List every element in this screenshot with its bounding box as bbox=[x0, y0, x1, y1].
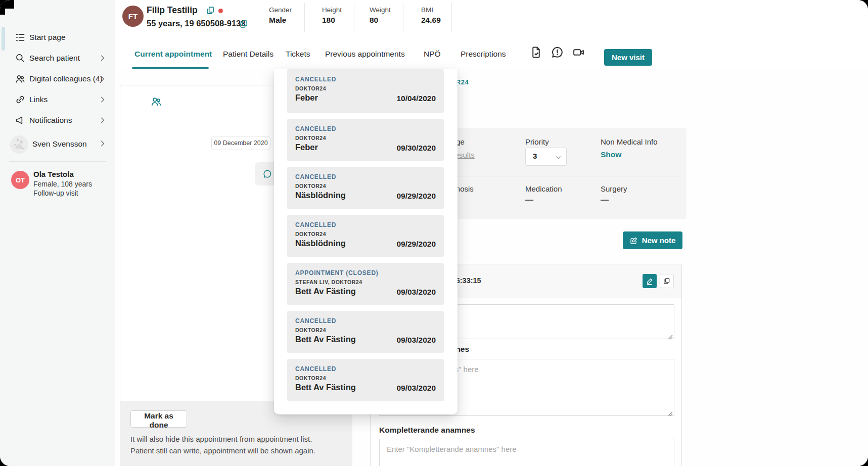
visit-info-panel: Triage Show results Priority 3 Non Medic… bbox=[427, 128, 687, 219]
corner-notch bbox=[0, 0, 5, 15]
sidebar-item-digital-colleagues[interactable]: Digital colleagues (4) bbox=[0, 71, 115, 86]
appointment-card[interactable]: CANCELLED DOKTOR24 Näsblödning 09/29/202… bbox=[287, 215, 444, 257]
chevron-right-icon bbox=[99, 140, 106, 147]
alert-bubble-icon[interactable] bbox=[551, 46, 564, 59]
chevron-right-icon bbox=[99, 96, 106, 103]
sidebar-item-label: Notifications bbox=[29, 116, 72, 125]
sidebar-item-search-patient[interactable]: Search patient bbox=[0, 51, 115, 66]
tab-current-appointment[interactable]: Current appointment bbox=[134, 50, 212, 59]
tab-patient-details[interactable]: Patient Details bbox=[223, 50, 273, 59]
surgery-label: Surgery bbox=[601, 184, 627, 193]
profile-avatar bbox=[10, 135, 28, 154]
tab-tickets[interactable]: Tickets bbox=[286, 50, 310, 59]
appointment-date: 09/03/2020 bbox=[396, 288, 436, 297]
appointment-card[interactable]: CANCELLED DOKTOR24 Bett Av Fästing 09/03… bbox=[287, 311, 444, 353]
appointment-card[interactable]: CANCELLED DOKTOR24 Feber 10/04/2020 bbox=[287, 69, 444, 113]
resize-handle[interactable] bbox=[668, 333, 673, 338]
appointment-status: APPOINTMENT (CLOSED) bbox=[295, 269, 379, 276]
sidebar-current-patient-card[interactable]: OT Ola Testola Female, 108 years Follow-… bbox=[0, 167, 115, 199]
description-line: Patient still can write, appointment wil… bbox=[130, 445, 315, 456]
appointment-title: Bett Av Fästing bbox=[295, 287, 356, 296]
chat-bubble-icon bbox=[263, 169, 272, 178]
appointment-status: CANCELLED bbox=[295, 317, 336, 324]
patient-card-visit-type: Follow-up visit bbox=[33, 189, 78, 197]
tab-prescriptions[interactable]: Prescriptions bbox=[461, 50, 506, 59]
priority-value: 3 bbox=[533, 152, 537, 160]
new-note-button[interactable]: New note bbox=[623, 231, 682, 249]
sidebar-item-label: Links bbox=[29, 95, 48, 104]
content-area: 09 December 2020 Mark as done It will al… bbox=[115, 69, 868, 466]
kompletterande-textarea[interactable] bbox=[380, 439, 674, 466]
appointment-status: CANCELLED bbox=[295, 76, 336, 83]
non-medical-show-link[interactable]: Show bbox=[601, 150, 621, 159]
appointment-provider: DOKTOR24 bbox=[295, 231, 326, 237]
link-icon bbox=[15, 95, 25, 105]
chat-date-chip: 09 December 2020 bbox=[211, 136, 270, 150]
sidebar-profile-sven-svensson[interactable]: Sven Svensson bbox=[0, 134, 115, 155]
panel-divider bbox=[434, 176, 680, 176]
chevron-right-icon bbox=[99, 117, 106, 124]
document-check-icon[interactable] bbox=[530, 46, 542, 59]
group-icon bbox=[151, 96, 162, 107]
new-visit-button[interactable]: New visit bbox=[604, 49, 652, 66]
megaphone-icon bbox=[15, 115, 25, 125]
video-camera-icon[interactable] bbox=[572, 46, 585, 59]
stat-divider bbox=[304, 3, 305, 32]
patient-card-name: Ola Testola bbox=[33, 170, 74, 178]
copy-icon[interactable] bbox=[240, 20, 248, 28]
mark-as-done-button[interactable]: Mark as done bbox=[130, 410, 187, 428]
stat-value: 80 bbox=[370, 16, 391, 25]
colleagues-icon bbox=[15, 74, 25, 84]
stat-weight: Weight 80 bbox=[370, 6, 391, 25]
appointment-title: Feber bbox=[295, 143, 318, 152]
appointment-provider: DOKTOR24 bbox=[295, 375, 326, 381]
appointment-card[interactable]: CANCELLED DOKTOR24 Bett Av Fästing 09/03… bbox=[287, 359, 444, 401]
copy-note-button[interactable] bbox=[660, 274, 674, 288]
new-note-label: New note bbox=[642, 236, 676, 245]
appointment-date: 09/03/2020 bbox=[396, 336, 436, 345]
stat-gender: Gender Male bbox=[269, 6, 292, 25]
online-status-dot bbox=[218, 9, 223, 13]
stat-value: 24.69 bbox=[421, 16, 441, 25]
medication-value: — bbox=[525, 196, 533, 205]
copy-icon[interactable] bbox=[206, 6, 215, 15]
appointment-provider: DOKTOR24 bbox=[295, 85, 326, 91]
tab-npo[interactable]: NPÖ bbox=[424, 50, 441, 59]
tab-bar: Current appointment Patient Details Tick… bbox=[115, 35, 868, 70]
stat-divider bbox=[451, 3, 452, 32]
appointment-date: 09/29/2020 bbox=[396, 240, 436, 249]
appointment-status: CANCELLED bbox=[295, 125, 336, 132]
medication-label: Medication bbox=[525, 184, 562, 193]
stat-label: Height bbox=[322, 6, 342, 14]
edit-note-button[interactable] bbox=[643, 274, 657, 288]
appointment-card[interactable]: CANCELLED DOKTOR24 Feber 09/30/2020 bbox=[287, 119, 444, 161]
appointment-card[interactable]: CANCELLED DOKTOR24 Näsblödning 09/29/202… bbox=[287, 167, 444, 209]
priority-select[interactable]: 3 bbox=[525, 148, 567, 166]
app-window: Start page Search patient Digital collea… bbox=[0, 0, 868, 466]
sidebar-item-notifications[interactable]: Notifications bbox=[0, 113, 115, 128]
stat-label: Gender bbox=[269, 6, 292, 14]
appointment-date: 10/04/2020 bbox=[396, 94, 436, 103]
chevron-down-icon bbox=[555, 154, 562, 160]
search-icon bbox=[15, 53, 25, 63]
sidebar-item-start-page[interactable]: Start page bbox=[0, 30, 115, 45]
patient-avatar: OT bbox=[11, 171, 29, 189]
appointment-provider: DOKTOR24 bbox=[295, 327, 326, 333]
chevron-right-icon bbox=[99, 55, 106, 62]
patient-details-line: 55 years, 19 650508-9133 bbox=[147, 19, 245, 28]
stat-height: Height 180 bbox=[322, 6, 342, 25]
sidebar-item-links[interactable]: Links bbox=[0, 92, 115, 107]
patient-header-avatar: FT bbox=[122, 6, 144, 27]
resize-handle[interactable] bbox=[668, 409, 673, 414]
stat-bmi: BMI 24.69 bbox=[421, 6, 441, 25]
tab-previous-appointments[interactable]: Previous appointments bbox=[325, 50, 405, 59]
surgery-value: — bbox=[601, 196, 609, 205]
pencil-icon bbox=[646, 277, 654, 285]
appointment-provider: DOKTOR24 bbox=[295, 135, 326, 141]
appointment-card[interactable]: APPOINTMENT (CLOSED) STEFAN LIV, DOKTOR2… bbox=[287, 263, 444, 305]
priority-label: Priority bbox=[525, 137, 549, 146]
appointment-status: CANCELLED bbox=[295, 221, 336, 228]
appointment-provider: DOKTOR24 bbox=[295, 183, 326, 189]
chevron-right-icon bbox=[99, 75, 106, 82]
non-medical-info-label: Non Medical Info bbox=[601, 137, 658, 146]
